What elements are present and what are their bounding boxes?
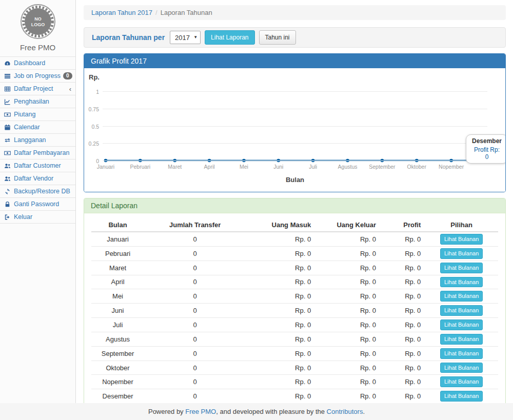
cell-bulan: Juni xyxy=(91,304,144,318)
cell-jumlah-transfer: 0 xyxy=(144,389,246,404)
line-chart-icon xyxy=(4,98,11,105)
cell-bulan: Nopember xyxy=(91,375,144,389)
sidebar-item-daftar-project[interactable]: Daftar Project‹ xyxy=(0,83,75,95)
cell-jumlah-transfer: 0 xyxy=(144,361,246,375)
brand-text: Free PMO xyxy=(0,43,75,52)
cell-profit: Rp. 0 xyxy=(380,375,425,389)
lihat-laporan-button[interactable]: Lihat Laporan xyxy=(205,30,254,45)
footer: Powered by Free PMO, and developed with … xyxy=(0,403,513,420)
table-row-juni: Juni0Rp. 0Rp. 0Rp. 0Lihat Bulanan xyxy=(91,304,498,318)
sidebar-item-daftar-pembayaran[interactable]: Daftar Pembayaran xyxy=(0,147,75,159)
cell-jumlah-transfer: 0 xyxy=(144,275,246,289)
sidebar-item-ganti-password[interactable]: Ganti Password xyxy=(0,198,75,211)
cell-uang-masuk: Rp. 0 xyxy=(246,304,315,318)
cell-uang-masuk: Rp. 0 xyxy=(246,261,315,275)
sidebar-item-job-on-progress[interactable]: Job on Progress0 xyxy=(0,70,75,83)
lihat-bulanan-button[interactable]: Lihat Bulanan xyxy=(440,248,483,259)
cell-bulan: Oktober xyxy=(91,361,144,375)
tahun-ini-button[interactable]: Tahun ini xyxy=(259,30,296,45)
chart-y-tick: 0.25 xyxy=(85,141,99,147)
table-row-juli: Juli0Rp. 0Rp. 0Rp. 0Lihat Bulanan xyxy=(91,318,498,332)
cell-pilihan: Lihat Bulanan xyxy=(425,361,498,375)
cell-jumlah-transfer: 0 xyxy=(144,289,246,304)
cell-jumlah-transfer: 0 xyxy=(144,304,246,318)
lihat-bulanan-button[interactable]: Lihat Bulanan xyxy=(440,391,483,402)
sidebar-item-daftar-vendor[interactable]: Daftar Vendor xyxy=(0,172,75,185)
app-logo: NO LOGO xyxy=(0,0,75,42)
cell-profit: Rp. 0 xyxy=(380,318,425,332)
lihat-bulanan-button[interactable]: Lihat Bulanan xyxy=(440,277,483,288)
chart-gridline xyxy=(103,126,487,127)
sidebar-item-label: Daftar Pembayaran xyxy=(14,149,69,156)
cell-profit: Rp. 0 xyxy=(380,332,425,346)
cell-bulan: Agustus xyxy=(91,332,144,346)
lihat-bulanan-button[interactable]: Lihat Bulanan xyxy=(440,291,483,302)
calendar-icon xyxy=(4,124,11,131)
column-header-uang-masuk: Uang Masuk xyxy=(246,218,315,232)
sidebar-item-label: Job on Progress xyxy=(14,72,61,79)
chart-y-tick: 0.5 xyxy=(85,124,99,130)
sidebar-menu: DashboardJob on Progress0Daftar Project‹… xyxy=(0,56,75,224)
sidebar-item-piutang[interactable]: Piutang xyxy=(0,108,75,121)
sidebar-item-daftar-customer[interactable]: Daftar Customer xyxy=(0,159,75,172)
breadcrumb: Laporan Tahun 2017/Laporan Tahunan xyxy=(84,5,506,20)
sidebar-item-label: Backup/Restore DB xyxy=(14,188,70,195)
users-icon xyxy=(4,175,11,182)
column-header-uang-keluar: Uang Keluar xyxy=(315,218,380,232)
cell-jumlah-transfer: 0 xyxy=(144,232,246,246)
cell-uang-masuk: Rp. 0 xyxy=(246,246,315,261)
lihat-bulanan-button[interactable]: Lihat Bulanan xyxy=(440,348,483,359)
cell-jumlah-transfer: 0 xyxy=(144,332,246,346)
chart-gridline xyxy=(103,109,487,109)
chart-y-tick: 1 xyxy=(85,89,99,95)
cell-profit: Rp. 0 xyxy=(380,232,425,246)
table-row-agustus: Agustus0Rp. 0Rp. 0Rp. 0Lihat Bulanan xyxy=(91,332,498,346)
main-content: Laporan Tahun 2017/Laporan Tahunan Lapor… xyxy=(76,0,513,420)
cell-jumlah-transfer: 0 xyxy=(144,375,246,389)
column-header-jumlah-transfer: Jumlah Transfer xyxy=(144,218,246,232)
cell-jumlah-transfer: 0 xyxy=(144,261,246,275)
lihat-bulanan-button[interactable]: Lihat Bulanan xyxy=(440,263,483,273)
cell-uang-keluar: Rp. 0 xyxy=(315,389,380,404)
chart-gridline xyxy=(103,143,487,144)
sidebar-item-langganan[interactable]: Langganan xyxy=(0,134,75,147)
money-icon xyxy=(4,150,11,156)
cell-bulan: April xyxy=(91,275,144,289)
table-row-pebruari: Pebruari0Rp. 0Rp. 0Rp. 0Lihat Bulanan xyxy=(91,246,498,261)
table-row-mei: Mei0Rp. 0Rp. 0Rp. 0Lihat Bulanan xyxy=(91,289,498,304)
lihat-bulanan-button[interactable]: Lihat Bulanan xyxy=(440,334,483,345)
cell-profit: Rp. 0 xyxy=(380,289,425,304)
cell-uang-keluar: Rp. 0 xyxy=(315,304,380,318)
year-select[interactable]: 2017 xyxy=(170,31,201,44)
lihat-bulanan-button[interactable]: Lihat Bulanan xyxy=(440,319,483,330)
cell-bulan: Januari xyxy=(91,232,144,246)
cell-profit: Rp. 0 xyxy=(380,261,425,275)
cell-uang-masuk: Rp. 0 xyxy=(246,375,315,389)
sidebar-item-backup-restore-db[interactable]: Backup/Restore DB xyxy=(0,185,75,198)
free-pmo-link[interactable]: Free PMO xyxy=(185,408,216,415)
cell-uang-masuk: Rp. 0 xyxy=(246,289,315,304)
cell-uang-masuk: Rp. 0 xyxy=(246,332,315,346)
tasks-icon xyxy=(4,73,11,79)
cell-pilihan: Lihat Bulanan xyxy=(425,346,498,361)
sidebar-item-label: Langganan xyxy=(14,136,46,144)
cell-bulan: Pebruari xyxy=(91,246,144,261)
sidebar-item-dashboard[interactable]: Dashboard xyxy=(0,57,75,70)
cell-pilihan: Lihat Bulanan xyxy=(425,246,498,261)
contributors-link[interactable]: Contributors xyxy=(327,408,363,415)
sidebar-item-keluar[interactable]: Keluar xyxy=(0,211,75,224)
cell-uang-keluar: Rp. 0 xyxy=(315,275,380,289)
lihat-bulanan-button[interactable]: Lihat Bulanan xyxy=(440,234,483,245)
cell-pilihan: Lihat Bulanan xyxy=(425,318,498,332)
sidebar-item-label: Penghasilan xyxy=(14,98,49,105)
sidebar-item-penghasilan[interactable]: Penghasilan xyxy=(0,95,75,108)
lihat-bulanan-button[interactable]: Lihat Bulanan xyxy=(440,305,483,316)
lihat-bulanan-button[interactable]: Lihat Bulanan xyxy=(440,363,483,373)
table-icon xyxy=(4,86,11,92)
sidebar-item-calendar[interactable]: Calendar xyxy=(0,121,75,134)
breadcrumb-link-laporan-tahun[interactable]: Laporan Tahun 2017 xyxy=(91,9,152,16)
dashboard-icon xyxy=(4,60,11,67)
cell-jumlah-transfer: 0 xyxy=(144,318,246,332)
lihat-bulanan-button[interactable]: Lihat Bulanan xyxy=(440,376,483,387)
cell-bulan: September xyxy=(91,346,144,361)
